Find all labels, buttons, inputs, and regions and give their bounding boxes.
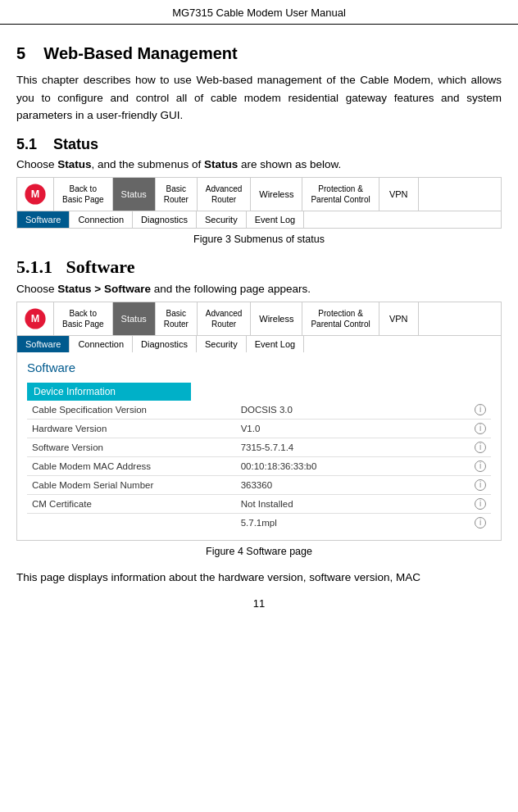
nav-sub-security-2[interactable]: Security	[197, 336, 247, 352]
nav-sub-diagnostics-1[interactable]: Diagnostics	[133, 211, 197, 228]
svg-text:M: M	[31, 188, 40, 200]
page-header: MG7315 Cable Modem User Manual	[0, 0, 518, 25]
info-icon[interactable]: i	[475, 498, 486, 510]
nav-sub-connection-2[interactable]: Connection	[70, 336, 133, 352]
section5-text: This chapter describes how to use Web-ba…	[16, 74, 502, 121]
row-icon-cell: i	[444, 475, 491, 494]
section511-number: 5.1.1	[16, 256, 52, 277]
row-icon-cell: i	[444, 419, 491, 438]
row-value: Not Installed	[236, 494, 445, 513]
row-value: 363360	[236, 475, 445, 494]
nav-item-advanced-router-2[interactable]: AdvancedRouter	[198, 302, 251, 335]
choose-software-text: Choose Status > Software and the followi…	[16, 283, 502, 295]
figure4-caption-text: Figure 4 Software page	[206, 546, 312, 557]
nav-item-status-1[interactable]: Status	[113, 178, 156, 211]
nav-bar-1: M Back toBasic Page Status BasicRouter A…	[16, 177, 502, 229]
info-icon[interactable]: i	[475, 517, 486, 528]
software-body: Software Device Information Cable Specif…	[17, 352, 501, 540]
section5-number: 5	[16, 44, 25, 62]
bottom-paragraph: This page displays information about the…	[16, 569, 502, 587]
section51-number: 5.1	[16, 136, 37, 152]
row-label: Cable Specification Version	[27, 401, 236, 420]
software-section-title: Software	[27, 361, 491, 374]
section5-title: 5 Web-Based Management	[16, 44, 502, 63]
table-row: Hardware Version V1.0 i	[27, 419, 491, 438]
motorola-logo-icon: M	[24, 183, 47, 206]
nav-top-2: M Back toBasic Page Status BasicRouter A…	[17, 302, 501, 336]
table-row: Cable Modem MAC Address 00:10:18:36:33:b…	[27, 456, 491, 475]
info-icon[interactable]: i	[475, 442, 486, 453]
table-row: Cable Modem Serial Number 363360 i	[27, 475, 491, 494]
bottom-text: This page displays information about the…	[16, 571, 420, 583]
nav-bar-2: M Back toBasic Page Status BasicRouter A…	[16, 302, 502, 541]
svg-text:M: M	[31, 313, 40, 324]
nav-logo-1: M	[17, 178, 54, 211]
figure4-caption: Figure 4 Software page	[16, 546, 502, 557]
section51-heading: Status	[53, 136, 98, 152]
nav-sub-software-2[interactable]: Software	[17, 336, 70, 352]
device-info-table: Cable Specification Version DOCSIS 3.0 i…	[27, 401, 491, 532]
table-row: 5.7.1mpl i	[27, 513, 491, 532]
figure3-caption: Figure 3 Submenus of status	[16, 234, 502, 245]
device-info-header: Device Information	[27, 383, 191, 401]
row-value: 00:10:18:36:33:b0	[236, 456, 445, 475]
nav-item-back-2[interactable]: Back toBasic Page	[54, 302, 113, 335]
header-title: MG7315 Cable Modem User Manual	[172, 7, 346, 19]
nav-item-basic-router-1[interactable]: BasicRouter	[156, 178, 198, 211]
nav-item-basic-router-2[interactable]: BasicRouter	[156, 302, 198, 335]
row-value: V1.0	[236, 419, 445, 438]
section5-paragraph: This chapter describes how to use Web-ba…	[16, 71, 502, 125]
nav-item-parental-2[interactable]: Protection &Parental Control	[302, 302, 379, 335]
row-label	[27, 513, 236, 532]
info-icon[interactable]: i	[475, 404, 486, 415]
nav-sub-connection-1[interactable]: Connection	[70, 211, 133, 228]
choose-status-text: Choose Status, and the submenus of Statu…	[16, 158, 502, 170]
section511-heading: Software	[66, 256, 135, 277]
row-label: Cable Modem Serial Number	[27, 475, 236, 494]
nav-item-wireless-2[interactable]: Wireless	[251, 302, 302, 335]
table-row: Cable Specification Version DOCSIS 3.0 i	[27, 401, 491, 420]
section51-title: 5.1 Status	[16, 136, 502, 153]
nav-bottom-1: Software Connection Diagnostics Security…	[17, 211, 501, 228]
info-icon[interactable]: i	[475, 460, 486, 472]
table-row: CM Certificate Not Installed i	[27, 494, 491, 513]
motorola-logo-icon-2: M	[24, 307, 47, 330]
nav-sub-diagnostics-2[interactable]: Diagnostics	[133, 336, 197, 352]
row-value: 7315-5.7.1.4	[236, 438, 445, 456]
row-label: CM Certificate	[27, 494, 236, 513]
nav-item-advanced-router-1[interactable]: AdvancedRouter	[198, 178, 251, 211]
row-icon-cell: i	[444, 401, 491, 420]
nav-sub-software-1[interactable]: Software	[17, 211, 70, 228]
row-label: Hardware Version	[27, 419, 236, 438]
nav-item-back-1[interactable]: Back toBasic Page	[54, 178, 113, 211]
nav-top-1: M Back toBasic Page Status BasicRouter A…	[17, 178, 501, 211]
row-label: Cable Modem MAC Address	[27, 456, 236, 475]
row-icon-cell: i	[444, 494, 491, 513]
nav-sub-eventlog-2[interactable]: Event Log	[247, 336, 305, 352]
nav-bottom-2: Software Connection Diagnostics Security…	[17, 336, 501, 352]
row-icon-cell: i	[444, 513, 491, 532]
row-value: 5.7.1mpl	[236, 513, 445, 532]
info-icon[interactable]: i	[475, 479, 486, 491]
nav-logo-2: M	[17, 302, 54, 335]
row-label: Software Version	[27, 438, 236, 456]
nav-item-status-2[interactable]: Status	[113, 302, 156, 335]
row-icon-cell: i	[444, 438, 491, 456]
table-row: Software Version 7315-5.7.1.4 i	[27, 438, 491, 456]
nav-item-wireless-1[interactable]: Wireless	[251, 178, 302, 211]
page-number: 11	[16, 597, 502, 610]
section5-heading: Web-Based Management	[43, 44, 237, 62]
nav-sub-eventlog-1[interactable]: Event Log	[247, 211, 305, 228]
nav-item-vpn-2[interactable]: VPN	[379, 302, 419, 335]
nav-item-vpn-1[interactable]: VPN	[379, 178, 419, 211]
info-icon[interactable]: i	[475, 423, 486, 434]
row-icon-cell: i	[444, 456, 491, 475]
section511-title: 5.1.1 Software	[16, 256, 502, 278]
nav-item-parental-1[interactable]: Protection &Parental Control	[302, 178, 379, 211]
nav-sub-security-1[interactable]: Security	[197, 211, 247, 228]
row-value: DOCSIS 3.0	[236, 401, 445, 420]
